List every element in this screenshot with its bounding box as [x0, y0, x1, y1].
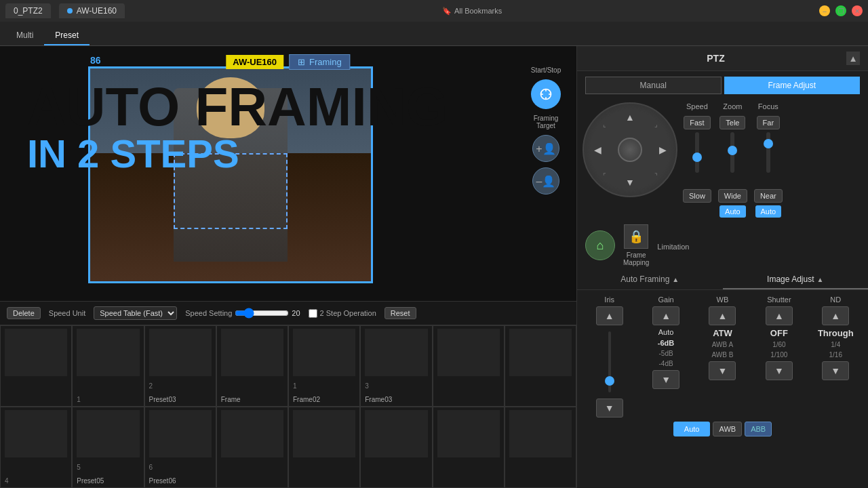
- preset-cell-blank4[interactable]: [216, 407, 288, 488]
- framing-button[interactable]: ⊞ Framing: [289, 54, 351, 70]
- minimize-button[interactable]: –: [819, 5, 830, 16]
- delete-button[interactable]: Delete: [7, 307, 41, 319]
- joy-right-button[interactable]: ▶: [654, 142, 671, 158]
- iris-down-button[interactable]: ▼: [596, 399, 623, 418]
- framing-target-label: FramingTarget: [534, 115, 559, 129]
- gain-down-button[interactable]: ▼: [652, 370, 679, 389]
- preset-cell-blank6[interactable]: [360, 407, 432, 488]
- tab-image-adjust[interactable]: Image Adjust ▲: [723, 270, 869, 289]
- speed-table-select[interactable]: Speed Table (Fast): [94, 306, 177, 320]
- focus-thumb[interactable]: [764, 139, 773, 148]
- ptz-collapse-button[interactable]: ▲: [846, 52, 860, 65]
- ptz-speed-column: Speed Fast Slow: [683, 102, 711, 218]
- tab-manual[interactable]: Manual: [585, 77, 722, 94]
- preset-cell-frame02[interactable]: 1Frame02: [288, 325, 360, 407]
- awb-button[interactable]: AWB: [713, 422, 742, 436]
- iris-auto-button[interactable]: Auto: [673, 422, 711, 436]
- iris-thumb[interactable]: [605, 376, 614, 386]
- preset-cell-1[interactable]: 1: [72, 325, 144, 407]
- iris-up-button[interactable]: ▲: [596, 306, 623, 325]
- speed-slow-button[interactable]: Slow: [683, 189, 711, 203]
- video-area: AW-UE160 ⊞ Framing 86 Start/: [0, 46, 576, 488]
- navtab-preset[interactable]: Preset: [44, 26, 90, 45]
- image-adjust-panel: Iris ▲ ▼ Gain ▲ Auto -6dB -5dB: [577, 290, 868, 442]
- zoom-wide-button[interactable]: Wide: [718, 189, 747, 203]
- joy-up-button[interactable]: ▲: [622, 109, 638, 125]
- focus-near-button[interactable]: Near: [754, 189, 783, 203]
- preset-cell-4[interactable]: 4: [0, 407, 72, 488]
- speed-thumb[interactable]: [692, 152, 702, 162]
- camera-name-box: AW-UE160: [226, 55, 283, 69]
- gain-up-button[interactable]: ▲: [652, 306, 679, 325]
- preset-cell-preset03[interactable]: 2Preset03: [144, 325, 216, 407]
- titlebar-tab2[interactable]: AW-UE160: [59, 3, 125, 18]
- focus-auto-button[interactable]: Auto: [755, 205, 782, 218]
- joy-left-button[interactable]: ◀: [589, 142, 606, 158]
- preset-cell-blank7[interactable]: [433, 407, 505, 488]
- preset-cell-blank8[interactable]: [505, 407, 576, 488]
- tab-auto-framing[interactable]: Auto Framing ▲: [577, 270, 723, 289]
- preset-cell-blank2[interactable]: [433, 325, 505, 407]
- joy-br-button[interactable]: ⌝: [648, 167, 664, 184]
- preset-cell-frame03[interactable]: 3Frame03: [360, 325, 432, 407]
- speed-slider[interactable]: [235, 308, 289, 319]
- wb-column: WB ▲ ATW AWB A AWB B ▼: [703, 296, 741, 418]
- nd-up-button[interactable]: ▲: [822, 306, 849, 325]
- preset-cell-preset05[interactable]: 5Preset05: [72, 407, 144, 488]
- add-target-button[interactable]: +👤: [532, 135, 559, 162]
- ptz-main-controls: ▲ ▼ ◀ ▶ ⌞ ⌟ ⌜ ⌝ Speed Fast: [577, 100, 868, 220]
- zoom-thumb[interactable]: [728, 146, 737, 155]
- step-operation-checkbox[interactable]: [309, 309, 317, 318]
- section-tabs: Auto Framing ▲ Image Adjust ▲: [577, 270, 868, 290]
- speed-value: 20: [292, 309, 300, 317]
- iris-track: [608, 331, 611, 392]
- iris-column: Iris ▲ ▼: [591, 296, 629, 418]
- preset-cell-preset06[interactable]: 6Preset06: [144, 407, 216, 488]
- joy-tl-button[interactable]: ⌞: [596, 116, 612, 132]
- titlebar-tab1[interactable]: 0_PTZ2: [5, 3, 51, 18]
- home-button[interactable]: ⌂: [585, 230, 615, 260]
- preset-cell-frame[interactable]: Frame: [216, 325, 288, 407]
- close-button[interactable]: ✕: [852, 5, 863, 16]
- image-adjust-columns: Iris ▲ ▼ Gain ▲ Auto -6dB -5dB: [583, 296, 863, 418]
- gain-header: Gain: [658, 296, 673, 304]
- speed-unit-label: Speed Unit: [49, 309, 85, 317]
- focus-far-button[interactable]: Far: [757, 116, 781, 129]
- lock-button[interactable]: 🔒: [624, 224, 648, 249]
- wb-down-button[interactable]: ▼: [709, 361, 736, 380]
- tab-frame-adjust[interactable]: Frame Adjust: [724, 77, 861, 94]
- shutter-value: OFF: [770, 328, 788, 338]
- bookmarks-button[interactable]: 🔖 All Bookmarks: [442, 7, 502, 16]
- joystick[interactable]: ▲ ▼ ◀ ▶ ⌞ ⌟ ⌜ ⌝: [583, 102, 677, 197]
- overlay-line1: AUTO FRAMING: [27, 80, 448, 134]
- navtab-multi[interactable]: Multi: [5, 26, 44, 45]
- joy-bl-button[interactable]: ⌜: [596, 167, 612, 184]
- wb-sub1: AWB A: [712, 341, 733, 348]
- preset-cell-blank1[interactable]: [0, 325, 72, 407]
- zoom-slider-v: [730, 132, 734, 186]
- speed-setting-item: Speed Setting 20: [185, 308, 300, 319]
- remove-target-button[interactable]: –👤: [532, 167, 559, 195]
- start-stop-button[interactable]: [531, 79, 561, 109]
- preset-cell-blank3[interactable]: [505, 325, 576, 407]
- preset-cell-blank5[interactable]: [288, 407, 360, 488]
- abb-button[interactable]: ABB: [745, 422, 772, 436]
- speed-slider-v: [695, 132, 699, 186]
- auto-framing-label: Auto Framing: [620, 274, 669, 284]
- speed-fast-button[interactable]: Fast: [684, 116, 710, 129]
- zoom-tele-button[interactable]: Tele: [719, 116, 745, 129]
- image-adjust-arrow: ▲: [816, 276, 823, 283]
- restore-button[interactable]: ❐: [835, 5, 846, 16]
- zoom-auto-button[interactable]: Auto: [719, 205, 746, 218]
- gain-column: Gain ▲ Auto -6dB -5dB -4dB ▼: [647, 296, 685, 418]
- preset-grid: 1 2Preset03 Frame 1Frame02 3Frame03 4 5P…: [0, 325, 576, 488]
- joy-tr-button[interactable]: ⌟: [648, 116, 664, 132]
- shutter-up-button[interactable]: ▲: [766, 306, 793, 325]
- shutter-down-button[interactable]: ▼: [766, 361, 793, 380]
- wb-up-button[interactable]: ▲: [709, 306, 736, 325]
- nd-value: Through: [818, 328, 854, 338]
- window-controls: – ❐ ✕: [819, 5, 863, 16]
- joy-down-button[interactable]: ▼: [622, 174, 638, 190]
- reset-button[interactable]: Reset: [384, 307, 416, 319]
- nd-down-button[interactable]: ▼: [822, 361, 849, 380]
